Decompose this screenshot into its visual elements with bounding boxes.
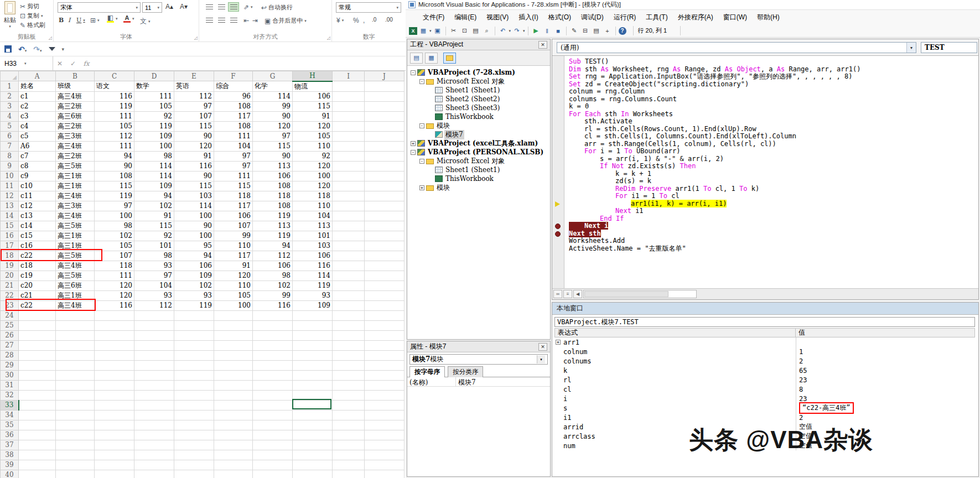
cell[interactable] [19, 400, 56, 410]
cell[interactable] [56, 320, 95, 330]
cell[interactable] [365, 261, 405, 271]
cell[interactable] [365, 181, 405, 191]
paste-icon[interactable]: ▤ [471, 27, 481, 35]
cell[interactable]: 100 [134, 141, 174, 151]
cell[interactable] [95, 340, 134, 350]
cell[interactable]: 93 [293, 290, 333, 300]
property-row[interactable]: (名称) 模块7 [407, 377, 550, 387]
cell[interactable]: 120 [293, 181, 333, 191]
column-header[interactable]: J [365, 71, 405, 81]
cell[interactable]: c15 [19, 231, 56, 241]
cell[interactable] [365, 151, 405, 161]
cell[interactable] [174, 310, 214, 320]
cell[interactable] [293, 380, 333, 390]
font-color-button[interactable]: A▾ [123, 15, 134, 23]
cell[interactable] [95, 460, 134, 470]
cell[interactable] [56, 370, 95, 380]
cell[interactable]: 90 [174, 131, 214, 141]
cell[interactable] [365, 111, 405, 121]
toggle-folders-button[interactable] [443, 53, 456, 64]
procedure-combo[interactable]: TEST [921, 42, 977, 53]
cell[interactable] [333, 181, 365, 191]
cell[interactable]: 114 [134, 171, 174, 181]
code-line[interactable]: For i = 1 To UBound(arr) [569, 148, 978, 155]
cell[interactable]: 97 [214, 161, 253, 171]
cell[interactable] [56, 400, 95, 410]
cell[interactable]: 100 [95, 211, 134, 221]
underline-button[interactable]: U▾ [76, 17, 85, 24]
row-header[interactable]: 32 [1, 390, 19, 400]
cell[interactable] [365, 450, 405, 460]
cell[interactable] [56, 390, 95, 400]
cell[interactable]: 107 [174, 111, 214, 121]
cell[interactable]: c9 [19, 171, 56, 181]
cell[interactable]: 高三4班 [56, 191, 95, 201]
cell[interactable] [214, 320, 253, 330]
cell[interactable] [333, 460, 365, 470]
cell[interactable] [19, 350, 56, 360]
cell[interactable] [56, 410, 95, 420]
cell[interactable]: 105 [95, 121, 134, 131]
cell[interactable]: 97 [134, 271, 174, 280]
row-header[interactable]: 14 [1, 211, 19, 221]
cell[interactable]: 106 [253, 261, 293, 271]
cell[interactable] [19, 440, 56, 450]
cell[interactable]: 93 [174, 290, 214, 300]
align-left-button[interactable] [204, 15, 215, 25]
wrap-text-button[interactable]: ↩自动换行 [261, 3, 293, 12]
cell[interactable]: 105 [134, 101, 174, 111]
cell[interactable]: c7 [19, 151, 56, 161]
cell[interactable] [134, 330, 174, 340]
cell[interactable]: c11 [19, 191, 56, 201]
cell[interactable]: 102 [134, 201, 174, 211]
breakpoint-icon[interactable] [555, 231, 561, 237]
cell[interactable]: 114 [174, 201, 214, 211]
cell[interactable] [56, 470, 95, 478]
row-header[interactable]: 6 [1, 131, 19, 141]
cell[interactable]: 104 [134, 280, 174, 290]
cell[interactable]: 106 [253, 171, 293, 181]
format-painter-button[interactable]: ✎格式刷 [20, 21, 45, 29]
cell[interactable] [365, 251, 405, 261]
cell[interactable] [134, 380, 174, 390]
cell[interactable]: c3 [19, 111, 56, 121]
cell[interactable] [293, 430, 333, 440]
menu-item[interactable]: 视图(V) [481, 11, 514, 24]
cell[interactable]: 高三4班 [56, 211, 95, 221]
cancel-icon[interactable]: ✕ [53, 56, 66, 70]
cell[interactable] [333, 350, 365, 360]
cell[interactable] [333, 310, 365, 320]
cell[interactable] [333, 440, 365, 450]
cell[interactable]: 116 [293, 261, 333, 271]
locals-row[interactable]: colnums2 [554, 356, 975, 366]
cell[interactable]: 114 [253, 91, 293, 101]
cell[interactable] [214, 360, 253, 370]
cell[interactable]: 111 [214, 131, 253, 141]
cell[interactable] [253, 450, 293, 460]
cell[interactable]: 120 [253, 121, 293, 131]
cell[interactable]: 112 [134, 300, 174, 310]
cell[interactable] [214, 350, 253, 360]
column-header[interactable]: D [134, 71, 174, 81]
cell[interactable] [19, 470, 56, 478]
cell[interactable] [293, 450, 333, 460]
cell[interactable]: 100 [174, 231, 214, 241]
cell[interactable] [333, 370, 365, 380]
cell[interactable] [134, 420, 174, 430]
cell[interactable] [365, 460, 405, 470]
cell[interactable]: 118 [214, 191, 253, 201]
cell[interactable] [174, 370, 214, 380]
row-header[interactable]: 39 [1, 460, 19, 470]
cell[interactable]: 120 [214, 271, 253, 280]
cell[interactable]: 物流 [293, 81, 333, 92]
cell[interactable] [333, 241, 365, 251]
tree-item[interactable]: Sheet3 (Sheet3) [407, 103, 550, 112]
row-header[interactable]: 7 [1, 141, 19, 151]
cell[interactable] [365, 271, 405, 280]
cell[interactable] [365, 330, 405, 340]
cell[interactable]: 108 [214, 121, 253, 131]
code-line[interactable]: arr1(i1, k) = arr(i, i1) [569, 200, 978, 208]
breakpoint-icon[interactable] [555, 224, 561, 229]
align-right-button[interactable] [228, 15, 239, 25]
cell[interactable] [134, 450, 174, 460]
